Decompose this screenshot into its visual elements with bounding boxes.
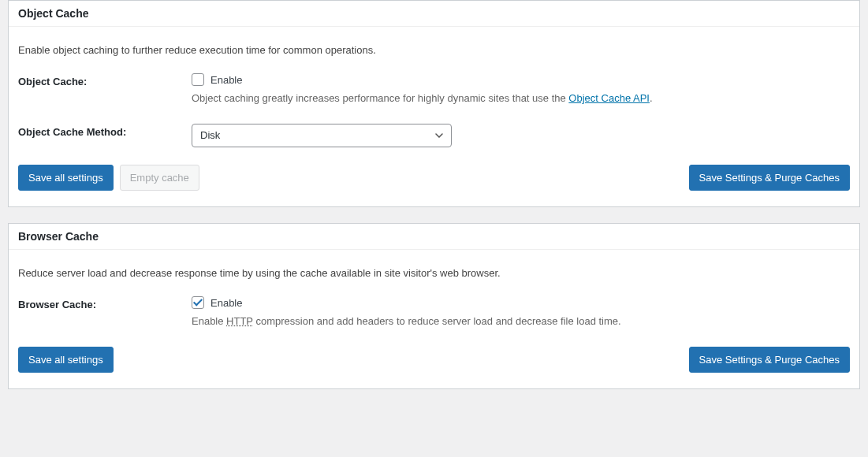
object-cache-enable-hint: Object caching greatly increases perform… [192, 91, 850, 106]
save-purge-button[interactable]: Save Settings & Purge Caches [689, 347, 851, 373]
browser-cache-checkbox-line: Enable [192, 296, 850, 309]
object-cache-section: Object Cache Enable object caching to fu… [8, 0, 860, 207]
object-cache-body: Enable object caching to further reduce … [9, 27, 859, 206]
browser-cache-enable-checkbox-label: Enable [210, 297, 242, 309]
object-cache-description: Enable object caching to further reduce … [18, 44, 850, 56]
browser-cache-enable-label: Browser Cache: [18, 296, 192, 310]
object-cache-method-select[interactable]: Disk [192, 124, 452, 147]
browser-cache-left-buttons: Save all settings [18, 347, 114, 373]
browser-cache-header: Browser Cache [9, 224, 859, 250]
object-cache-method-row: Object Cache Method: Disk [18, 124, 850, 147]
object-cache-left-buttons: Save all settings Empty cache [18, 165, 199, 191]
object-cache-button-row: Save all settings Empty cache Save Setti… [18, 165, 850, 191]
http-abbr: HTTP [226, 315, 253, 327]
select-value: Disk [200, 129, 220, 141]
browser-cache-body: Reduce server load and decrease response… [9, 250, 859, 388]
browser-cache-button-row: Save all settings Save Settings & Purge … [18, 347, 850, 373]
save-purge-button[interactable]: Save Settings & Purge Caches [689, 165, 851, 191]
browser-cache-description: Reduce server load and decrease response… [18, 267, 850, 279]
browser-cache-enable-row: Browser Cache: Enable Enable HTTP compre… [18, 296, 850, 329]
object-cache-enable-content: Enable Object caching greatly increases … [192, 73, 850, 106]
object-cache-checkbox-line: Enable [192, 73, 850, 86]
save-all-settings-button[interactable]: Save all settings [18, 347, 114, 373]
object-cache-header: Object Cache [9, 1, 859, 27]
object-cache-method-label: Object Cache Method: [18, 124, 192, 138]
browser-cache-title: Browser Cache [18, 230, 850, 243]
chevron-down-icon [435, 132, 443, 139]
object-cache-enable-row: Object Cache: Enable Object caching grea… [18, 73, 850, 106]
hint-prefix: Enable [192, 315, 226, 327]
object-cache-method-content: Disk [192, 124, 850, 147]
object-cache-api-link[interactable]: Object Cache API [568, 92, 650, 104]
hint-suffix: . [650, 92, 653, 104]
object-cache-enable-checkbox-label: Enable [210, 74, 242, 86]
save-all-settings-button[interactable]: Save all settings [18, 165, 114, 191]
hint-text: Object caching greatly increases perform… [192, 92, 568, 104]
object-cache-title: Object Cache [18, 7, 850, 20]
object-cache-enable-label: Object Cache: [18, 73, 192, 87]
object-cache-enable-checkbox[interactable] [192, 73, 204, 86]
empty-cache-button[interactable]: Empty cache [120, 165, 199, 191]
browser-cache-section: Browser Cache Reduce server load and dec… [8, 223, 860, 389]
hint-suffix: compression and add headers to reduce se… [253, 315, 621, 327]
browser-cache-enable-hint: Enable HTTP compression and add headers … [192, 314, 850, 329]
browser-cache-enable-checkbox[interactable] [192, 296, 204, 309]
browser-cache-enable-content: Enable Enable HTTP compression and add h… [192, 296, 850, 329]
